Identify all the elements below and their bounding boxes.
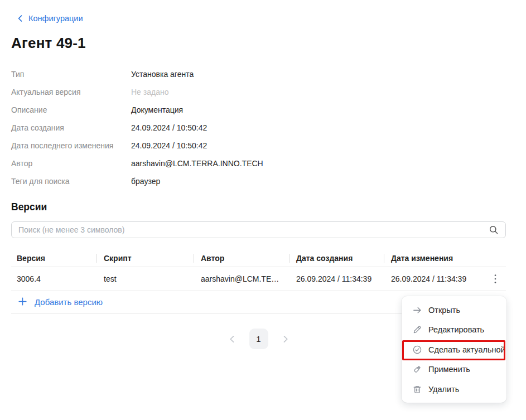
breadcrumb-configurations[interactable]: Конфигурации [17, 14, 83, 23]
cell-script: test [96, 274, 194, 283]
search-input[interactable] [11, 221, 506, 238]
cell-author: aarshavin@LCM.TE… [194, 274, 289, 283]
detail-label: Актуальная версия [11, 88, 131, 96]
detail-row-modified: Дата последнего изменения 24.09.2024 / 1… [11, 137, 402, 155]
versions-heading: Версии [11, 201, 47, 213]
pagination-page-1[interactable]: 1 [249, 329, 268, 349]
menu-item-open[interactable]: Открыть [402, 300, 506, 320]
agent-details: Тип Установка агента Актуальная версия Н… [11, 65, 402, 190]
column-header-version: Версия [11, 254, 96, 263]
pagination-prev-button[interactable] [224, 331, 240, 347]
table-row: 3006.4 test aarshavin@LCM.TE… 26.09.2024… [11, 267, 506, 291]
chevron-left-icon [228, 335, 236, 344]
add-version-label: Добавить версию [35, 297, 103, 307]
pencil-icon [412, 325, 422, 335]
page-title: Агент 49-1 [11, 35, 86, 52]
detail-row-description: Описание Документация [11, 101, 402, 119]
detail-row-created: Дата создания 24.09.2024 / 10:50:42 [11, 119, 402, 137]
trash-icon [412, 384, 422, 394]
detail-value: aarshavin@LCM.TERRA.INNO.TECH [131, 159, 263, 168]
detail-label: Дата последнего изменения [11, 141, 131, 150]
detail-value: Документация [131, 105, 183, 114]
search-icon[interactable] [489, 225, 499, 237]
table-header-row: Версия Скрипт Автор Дата создания Дата и… [11, 250, 506, 267]
detail-value: 24.09.2024 / 10:50:42 [131, 141, 207, 150]
menu-item-edit[interactable]: Редактировать [402, 320, 506, 340]
detail-row-actual-version: Актуальная версия Не задано [11, 83, 402, 101]
menu-item-apply[interactable]: Применить [402, 360, 506, 380]
detail-value: Не задано [131, 88, 168, 96]
detail-row-type: Тип Установка агента [11, 65, 402, 83]
detail-value: 24.09.2024 / 10:50:42 [131, 123, 207, 132]
detail-row-tags: Теги для поиска браузер [11, 172, 402, 190]
menu-item-label: Открыть [428, 306, 460, 315]
breadcrumb-label: Конфигурации [28, 14, 83, 23]
menu-item-label: Применить [428, 365, 470, 374]
detail-row-author: Автор aarshavin@LCM.TERRA.INNO.TECH [11, 155, 402, 172]
cell-modified: 26.09.2024 / 11:34:39 [384, 274, 479, 283]
kebab-icon [490, 273, 501, 284]
detail-label: Описание [11, 105, 131, 114]
cell-created: 26.09.2024 / 11:34:39 [289, 274, 384, 283]
detail-label: Теги для поиска [11, 177, 131, 186]
add-version-button[interactable]: Добавить версию [11, 297, 103, 308]
column-header-script: Скрипт [96, 254, 194, 263]
row-menu-button[interactable] [488, 271, 503, 287]
chevron-right-icon [282, 335, 289, 344]
column-header-author: Автор [194, 254, 289, 263]
detail-label: Дата создания [11, 123, 131, 132]
plus-icon [18, 297, 27, 308]
detail-value: браузер [131, 177, 160, 186]
detail-label: Тип [11, 70, 131, 79]
menu-item-make-actual[interactable]: Сделать актуальной [402, 340, 506, 360]
pagination-next-button[interactable] [278, 331, 293, 347]
flash-drive-icon [412, 364, 422, 374]
row-context-menu: Открыть Редактировать Сделать актуальной… [402, 296, 506, 403]
detail-label: Автор [11, 159, 131, 168]
versions-search [11, 221, 506, 238]
column-header-created: Дата создания [289, 254, 384, 263]
menu-item-label: Сделать актуальной [428, 345, 505, 354]
column-header-modified: Дата изменения [384, 254, 479, 263]
menu-item-delete[interactable]: Удалить [402, 379, 506, 399]
cell-version: 3006.4 [11, 274, 96, 283]
chevron-left-icon [17, 15, 23, 22]
menu-item-label: Редактировать [428, 325, 484, 334]
menu-item-label: Удалить [428, 385, 459, 394]
detail-value: Установка агента [131, 70, 194, 79]
arrow-right-icon [412, 305, 422, 315]
check-circle-icon [412, 345, 422, 355]
